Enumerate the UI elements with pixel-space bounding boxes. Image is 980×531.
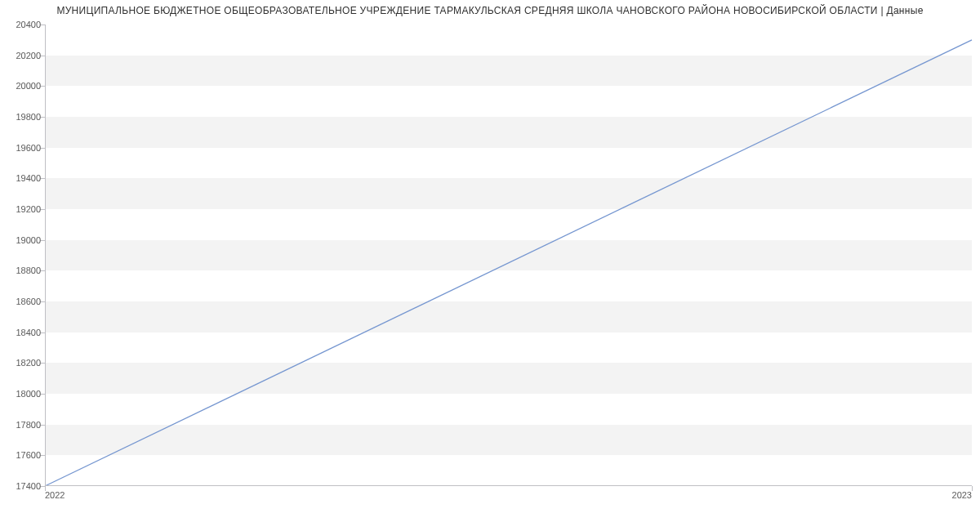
y-tick-label: 19600 xyxy=(4,143,41,153)
y-tick-label: 20400 xyxy=(4,20,41,29)
x-tick-label: 2023 xyxy=(952,490,972,500)
y-tick-label: 18800 xyxy=(4,266,41,275)
y-tick-label: 19000 xyxy=(4,235,41,245)
x-tick-label: 2022 xyxy=(45,490,65,500)
x-tick xyxy=(972,486,973,491)
chart-container: МУНИЦИПАЛЬНОЕ БЮДЖЕТНОЕ ОБЩЕОБРАЗОВАТЕЛЬ… xyxy=(0,0,980,531)
data-line xyxy=(45,40,972,486)
y-tick-label: 18600 xyxy=(4,297,41,306)
plot-area xyxy=(45,25,972,486)
y-tick-label: 18200 xyxy=(4,358,41,368)
y-tick-label: 17600 xyxy=(4,450,41,460)
y-axis-line xyxy=(45,25,46,486)
y-tick-label: 20000 xyxy=(4,81,41,91)
y-tick-label: 17800 xyxy=(4,420,41,430)
y-tick-label: 19200 xyxy=(4,204,41,214)
y-tick-label: 20200 xyxy=(4,51,41,60)
y-tick-label: 18400 xyxy=(4,328,41,337)
y-tick-label: 17400 xyxy=(4,481,41,491)
y-tick-label: 19400 xyxy=(4,173,41,183)
y-tick-label: 19800 xyxy=(4,112,41,122)
x-axis-line xyxy=(45,485,972,486)
chart-title: МУНИЦИПАЛЬНОЕ БЮДЖЕТНОЕ ОБЩЕОБРАЗОВАТЕЛЬ… xyxy=(0,5,980,16)
line-series xyxy=(45,25,972,486)
y-tick-label: 18000 xyxy=(4,389,41,399)
